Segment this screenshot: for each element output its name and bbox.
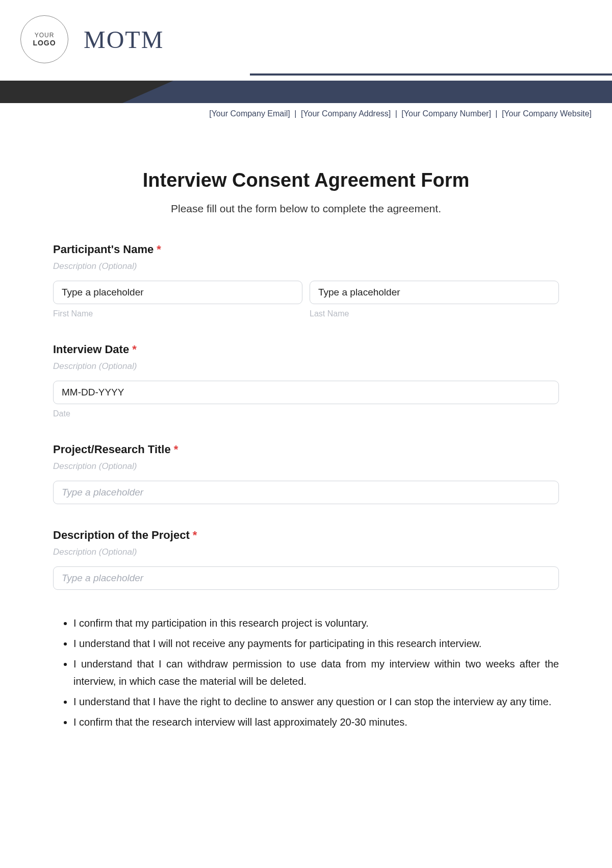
label-text: Participant's Name bbox=[53, 243, 154, 256]
separator: | bbox=[292, 109, 298, 118]
form-area: Participant's Name * Description (Option… bbox=[0, 243, 612, 731]
separator: | bbox=[493, 109, 499, 118]
label-text: Project/Research Title bbox=[53, 443, 171, 456]
label-text: Interview Date bbox=[53, 343, 129, 356]
company-website: [Your Company Website] bbox=[502, 109, 592, 118]
first-name-sublabel: First Name bbox=[53, 309, 302, 318]
consent-item: I confirm that my participation in this … bbox=[73, 614, 559, 632]
label-text: Description of the Project bbox=[53, 529, 190, 541]
consent-item: I understand that I have the right to de… bbox=[73, 693, 559, 710]
required-marker: * bbox=[132, 343, 137, 356]
project-title-input[interactable] bbox=[53, 481, 559, 504]
field-description: Description (Optional) bbox=[53, 261, 559, 271]
required-marker: * bbox=[174, 443, 178, 456]
band-blue bbox=[173, 81, 612, 103]
first-name-input[interactable] bbox=[53, 281, 302, 304]
consent-item: I confirm that the research interview wi… bbox=[73, 713, 559, 731]
consent-item: I understand that I will not receive any… bbox=[73, 635, 559, 652]
interview-date-input[interactable] bbox=[53, 381, 559, 404]
brand-name: MOTM bbox=[84, 26, 164, 54]
field-project-title: Project/Research Title * Description (Op… bbox=[53, 443, 559, 504]
logo-line2: LOGO bbox=[33, 39, 56, 47]
consent-list: I confirm that my participation in this … bbox=[53, 614, 559, 731]
last-name-sublabel: Last Name bbox=[310, 309, 559, 318]
page-title: Interview Consent Agreement Form bbox=[0, 169, 612, 191]
field-label: Project/Research Title * bbox=[53, 443, 559, 456]
company-number: [Your Company Number] bbox=[401, 109, 491, 118]
logo-placeholder: YOUR LOGO bbox=[20, 15, 68, 63]
consent-item: I understand that I can withdraw permiss… bbox=[73, 655, 559, 690]
page-subtitle: Please fill out the form below to comple… bbox=[0, 203, 612, 215]
header-accent-line bbox=[250, 73, 612, 76]
required-marker: * bbox=[193, 529, 197, 541]
header-band bbox=[0, 81, 612, 103]
header: YOUR LOGO MOTM bbox=[0, 0, 612, 73]
logo-line1: YOUR bbox=[35, 32, 55, 39]
required-marker: * bbox=[157, 243, 161, 256]
field-interview-date: Interview Date * Description (Optional) … bbox=[53, 343, 559, 418]
field-label: Participant's Name * bbox=[53, 243, 559, 256]
field-description: Description (Optional) bbox=[53, 547, 559, 557]
contact-row: [Your Company Email] | [Your Company Add… bbox=[0, 103, 612, 118]
company-email: [Your Company Email] bbox=[209, 109, 290, 118]
field-description: Description (Optional) bbox=[53, 461, 559, 472]
project-description-input[interactable] bbox=[53, 566, 559, 590]
field-label: Description of the Project * bbox=[53, 529, 559, 542]
company-address: [Your Company Address] bbox=[301, 109, 391, 118]
last-name-input[interactable] bbox=[310, 281, 559, 304]
field-participant-name: Participant's Name * Description (Option… bbox=[53, 243, 559, 318]
field-label: Interview Date * bbox=[53, 343, 559, 356]
field-project-description: Description of the Project * Description… bbox=[53, 529, 559, 590]
date-sublabel: Date bbox=[53, 409, 559, 418]
separator: | bbox=[393, 109, 399, 118]
field-description: Description (Optional) bbox=[53, 361, 559, 371]
